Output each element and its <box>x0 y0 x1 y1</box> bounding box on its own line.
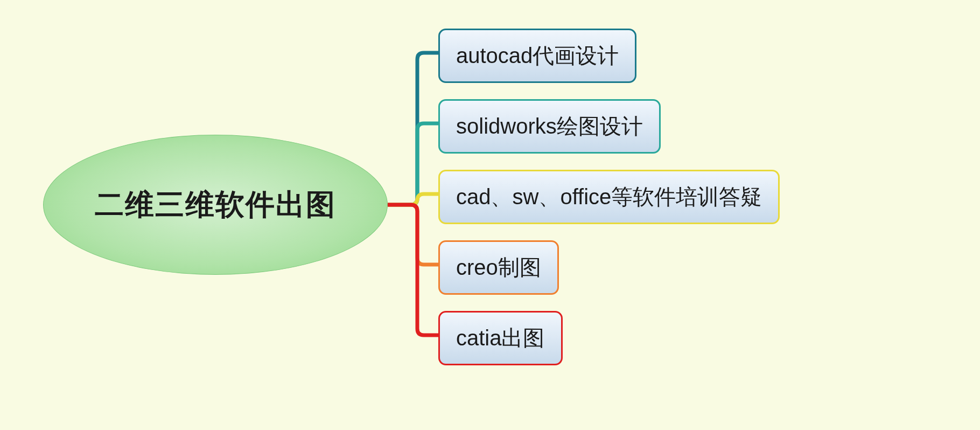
mindmap-root-node[interactable]: 二维三维软件出图 <box>43 135 388 275</box>
mindmap-child-node-1[interactable]: solidworks绘图设计 <box>438 99 661 154</box>
mindmap-child-node-0[interactable]: autocad代画设计 <box>438 29 636 83</box>
mindmap-child-node-2[interactable]: cad、sw、office等软件培训答疑 <box>438 170 780 224</box>
mindmap-child-node-3[interactable]: creo制图 <box>438 240 559 295</box>
connector-line <box>388 205 438 265</box>
mindmap-child-label: solidworks绘图设计 <box>456 114 643 138</box>
mindmap-root-label: 二维三维软件出图 <box>95 185 336 225</box>
mindmap-child-node-4[interactable]: catia出图 <box>438 311 563 365</box>
connector-line <box>388 53 438 205</box>
mindmap-child-label: autocad代画设计 <box>456 44 619 67</box>
mindmap-child-label: creo制图 <box>456 255 541 279</box>
connector-line <box>388 205 438 335</box>
mindmap-child-label: catia出图 <box>456 326 545 350</box>
mindmap-child-label: cad、sw、office等软件培训答疑 <box>456 185 762 209</box>
mindmap-connectors <box>388 27 442 404</box>
